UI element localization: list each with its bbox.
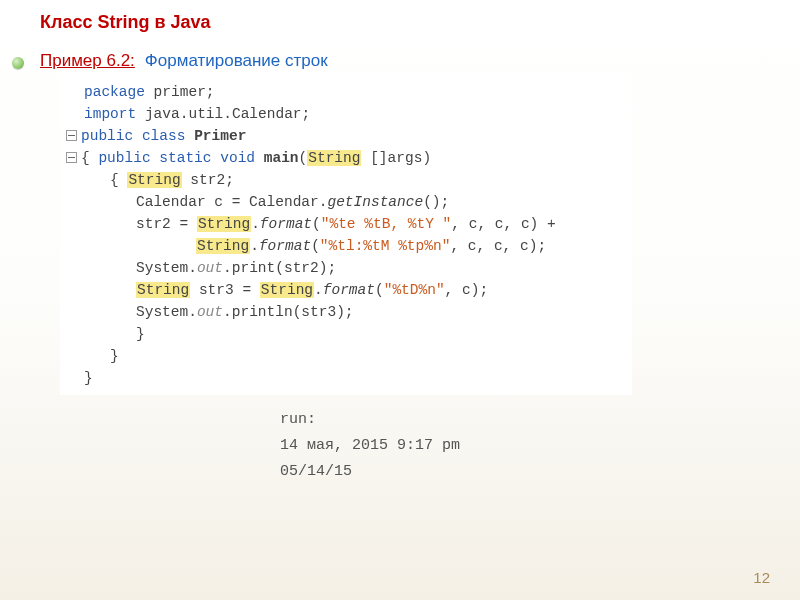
- code-text: System.: [136, 304, 197, 320]
- code-text: primer;: [145, 84, 215, 100]
- code-hl: String: [127, 172, 181, 188]
- code-text: str3 =: [190, 282, 260, 298]
- code-text: getInstance: [327, 194, 423, 210]
- code-text: Calendar c = Calendar.: [136, 194, 327, 210]
- code-hl: String: [197, 216, 251, 232]
- code-text: (: [311, 238, 320, 254]
- code-hl: String: [136, 282, 190, 298]
- code-text: .: [314, 282, 323, 298]
- code-text: , c);: [445, 282, 489, 298]
- bullet-icon: [12, 57, 24, 69]
- code-text: ();: [423, 194, 449, 210]
- code-text: .: [251, 216, 260, 232]
- code-text: {: [81, 150, 98, 166]
- code-hl: String: [196, 238, 250, 254]
- code-text: out: [197, 260, 223, 276]
- code-text: main: [264, 150, 299, 166]
- code-kw: import: [84, 106, 136, 122]
- code-text: str2;: [182, 172, 234, 188]
- code-text: .: [250, 238, 259, 254]
- example-title: Форматирование строк: [145, 51, 328, 71]
- code-text: (: [375, 282, 384, 298]
- code-text: (: [299, 150, 308, 166]
- code-kw: public static void: [98, 150, 263, 166]
- code-text: }: [136, 326, 145, 342]
- code-kw: public class: [81, 128, 194, 144]
- code-text: }: [84, 370, 93, 386]
- code-block: package primer; import java.util.Calenda…: [40, 77, 770, 395]
- code-text: str2 =: [136, 216, 197, 232]
- code-text: java.util.Calendar;: [136, 106, 310, 122]
- slide-title: Класс String в Java: [40, 12, 770, 33]
- code-text: .println(str3);: [223, 304, 354, 320]
- code-text: []args): [361, 150, 431, 166]
- code-text: , c, c, c);: [450, 238, 546, 254]
- code-hl: String: [307, 150, 361, 166]
- fold-icon: [66, 130, 77, 141]
- run-line: 14 мая, 2015 9:17 pm: [280, 433, 770, 459]
- code-text: Primer: [194, 128, 246, 144]
- code-text: {: [110, 172, 127, 188]
- code-text: .print(str2);: [223, 260, 336, 276]
- page-number: 12: [753, 569, 770, 586]
- code-text: , c, c, c) +: [451, 216, 555, 232]
- fold-icon: [66, 152, 77, 163]
- code-text: System.: [136, 260, 197, 276]
- code-text: (: [312, 216, 321, 232]
- example-label: Пример 6.2:: [40, 51, 135, 71]
- code-text: out: [197, 304, 223, 320]
- code-str: "%te %tB, %tY ": [321, 216, 452, 232]
- code-str: "%tD%n": [384, 282, 445, 298]
- run-label: run:: [280, 407, 770, 433]
- code-text: }: [110, 348, 119, 364]
- run-output: run: 14 мая, 2015 9:17 pm 05/14/15: [280, 407, 770, 485]
- code-str: "%tl:%tM %tp%n": [320, 238, 451, 254]
- code-kw: package: [84, 84, 145, 100]
- code-text: format: [260, 216, 312, 232]
- code-text: format: [259, 238, 311, 254]
- code-hl: String: [260, 282, 314, 298]
- code-text: format: [323, 282, 375, 298]
- run-line: 05/14/15: [280, 459, 770, 485]
